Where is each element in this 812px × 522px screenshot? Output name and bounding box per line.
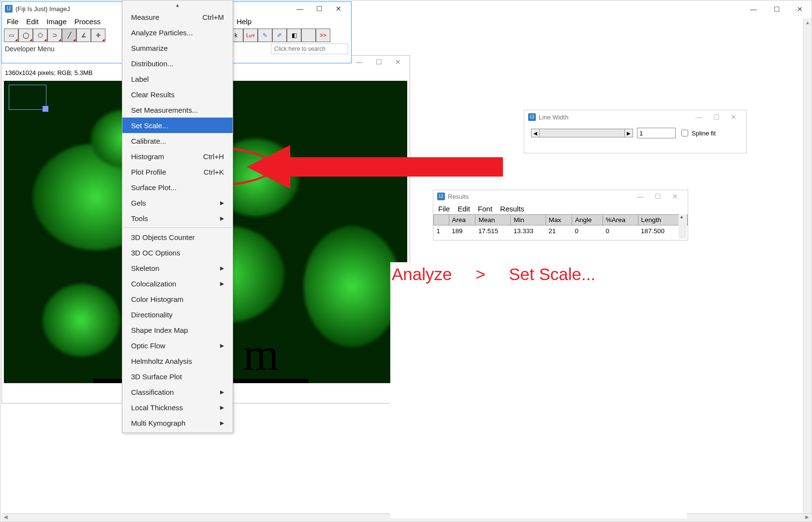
menu-item-label: Clear Results <box>131 90 175 99</box>
tool-pencil[interactable]: ✎ <box>258 29 272 42</box>
tool-rectangle[interactable]: ▭ <box>4 29 18 42</box>
line-width-close-button[interactable]: ✕ <box>725 112 742 122</box>
results-header-max[interactable]: Max <box>546 215 572 225</box>
menu-edit[interactable]: Edit <box>26 17 39 26</box>
line-width-input[interactable] <box>637 128 676 138</box>
menu-item-measure[interactable]: MeasureCtrl+M <box>122 9 233 25</box>
menu-item-label[interactable]: Label <box>122 71 233 87</box>
menu-item-3d-objects-counter[interactable]: 3D Objects Counter <box>122 229 233 245</box>
results-menu-results[interactable]: Results <box>500 205 524 213</box>
menu-item-classification[interactable]: Classification▶ <box>122 384 233 400</box>
slider-right-button[interactable]: ▶ <box>624 129 633 137</box>
vertical-scrollbar[interactable] <box>803 18 812 514</box>
results-header-length[interactable]: Length <box>638 215 681 225</box>
menu-item-label: 3D Objects Counter <box>131 233 195 241</box>
menu-item-set-scale[interactable]: Set Scale... <box>122 118 233 133</box>
results-menu-font[interactable]: Font <box>478 205 492 213</box>
menu-help[interactable]: Help <box>236 17 251 26</box>
menu-separator <box>123 227 232 228</box>
search-input[interactable] <box>271 44 348 54</box>
tool-angle[interactable]: ∠ <box>76 29 91 42</box>
roi-selection[interactable] <box>9 85 46 110</box>
menu-item-label: Surface Plot... <box>131 183 177 192</box>
menu-item-clear-results[interactable]: Clear Results <box>122 87 233 102</box>
menu-item-3d-surface-plot[interactable]: 3D Surface Plot <box>122 369 233 384</box>
menu-item-helmholtz-analysis[interactable]: Helmholtz Analysis <box>122 353 233 369</box>
menu-item-distribution[interactable]: Distribution... <box>122 56 233 71</box>
imagej-close-button[interactable]: ✕ <box>329 3 348 15</box>
submenu-arrow-icon: ▶ <box>220 200 224 206</box>
line-width-maximize-button[interactable]: ☐ <box>708 112 725 122</box>
results-menu-file[interactable]: File <box>438 205 450 213</box>
outer-close-button[interactable]: ✕ <box>788 0 812 18</box>
menu-item-label: Set Measurements... <box>131 106 198 114</box>
menu-item-surface-plot[interactable]: Surface Plot... <box>122 179 233 195</box>
table-row[interactable]: 118917.51513.3332100187.500 <box>434 225 688 237</box>
menu-scroll-up-icon[interactable]: ▲ <box>122 2 233 9</box>
results-header-min[interactable]: Min <box>511 215 546 225</box>
menu-item-label: Classification <box>131 388 174 396</box>
image-maximize-button[interactable]: ☐ <box>369 53 388 71</box>
results-header-angle[interactable]: Angle <box>572 215 603 225</box>
submenu-arrow-icon: ▶ <box>220 281 224 287</box>
table-cell: 1 <box>434 225 449 237</box>
tool-point[interactable]: ✛ <box>91 29 105 42</box>
menu-item-skeleton[interactable]: Skeleton▶ <box>122 260 233 276</box>
menu-item-local-thickness[interactable]: Local Thickness▶ <box>122 400 233 415</box>
spline-fit-input[interactable] <box>681 130 688 136</box>
outer-maximize-button[interactable]: ☐ <box>765 0 788 18</box>
results-close-button[interactable]: ✕ <box>666 191 684 202</box>
tool-more[interactable]: >> <box>316 29 330 42</box>
menu-item-color-histogram[interactable]: Color Histogram <box>122 291 233 307</box>
menu-item-directionality[interactable]: Directionality <box>122 307 233 322</box>
menu-item-summarize[interactable]: Summarize <box>122 40 233 56</box>
tool-oval[interactable]: ◯ <box>18 29 33 42</box>
results-header-mean[interactable]: Mean <box>475 215 511 225</box>
spline-fit-checkbox[interactable]: Spline fit <box>679 128 716 138</box>
results-scrollbar[interactable] <box>679 214 687 239</box>
slider-left-button[interactable]: ◀ <box>531 129 540 137</box>
tool-brush[interactable]: ✐ <box>272 29 287 42</box>
menu-item-plot-profile[interactable]: Plot ProfileCtrl+K <box>122 164 233 179</box>
image-minimize-button[interactable]: — <box>350 53 369 71</box>
results-header-area[interactable]: Area <box>449 215 475 225</box>
menu-image[interactable]: Image <box>46 17 67 26</box>
results-header--area[interactable]: %Area <box>603 215 638 225</box>
line-width-slider[interactable]: ◀ ▶ <box>531 129 633 137</box>
imagej-maximize-button[interactable]: ☐ <box>310 3 329 15</box>
menu-item-calibrate[interactable]: Calibrate... <box>122 133 233 149</box>
tool-eraser[interactable]: ◧ <box>287 29 301 42</box>
table-cell: 0 <box>603 225 638 237</box>
menu-item-3d-oc-options[interactable]: 3D OC Options <box>122 245 233 260</box>
menu-item-optic-flow[interactable]: Optic Flow▶ <box>122 338 233 353</box>
outer-minimize-button[interactable]: — <box>742 0 765 18</box>
tool-lut[interactable]: Lᴜᴛ <box>243 29 258 42</box>
roi-resize-handle[interactable] <box>43 106 48 112</box>
results-minimize-button[interactable]: — <box>632 191 649 202</box>
results-maximize-button[interactable]: ☐ <box>649 191 666 202</box>
image-close-button[interactable]: ✕ <box>388 53 408 71</box>
menu-item-colocalization[interactable]: Colocalization▶ <box>122 276 233 291</box>
results-header-index[interactable] <box>434 215 449 225</box>
menu-item-set-measurements[interactable]: Set Measurements... <box>122 102 233 118</box>
tool-line[interactable]: ╱ <box>62 29 76 42</box>
menu-process[interactable]: Process <box>74 17 101 26</box>
menu-item-label: Local Thickness <box>131 403 183 412</box>
menu-item-tools[interactable]: Tools▶ <box>122 210 233 226</box>
tool-polygon[interactable]: ⬠ <box>33 29 47 42</box>
menu-item-gels[interactable]: Gels▶ <box>122 195 233 210</box>
line-width-title-text: Line Width <box>539 114 568 121</box>
slider-track[interactable] <box>540 129 624 137</box>
results-menu-edit[interactable]: Edit <box>458 205 470 213</box>
menu-item-shape-index-map[interactable]: Shape Index Map <box>122 322 233 338</box>
menu-item-histogram[interactable]: HistogramCtrl+H <box>122 149 233 164</box>
imagej-minimize-button[interactable]: — <box>290 3 310 15</box>
menu-item-analyze-particles[interactable]: Analyze Particles... <box>122 25 233 40</box>
breadcrumb-target: Set Scale... <box>509 265 595 283</box>
scale-unit-glyph: m <box>243 328 279 381</box>
tool-blank[interactable] <box>301 29 316 42</box>
tool-freehand[interactable]: ⊃ <box>47 29 62 42</box>
menu-file[interactable]: File <box>7 17 18 26</box>
menu-item-multi-kymograph[interactable]: Multi Kymograph▶ <box>122 415 233 431</box>
line-width-minimize-button[interactable]: — <box>690 112 708 122</box>
